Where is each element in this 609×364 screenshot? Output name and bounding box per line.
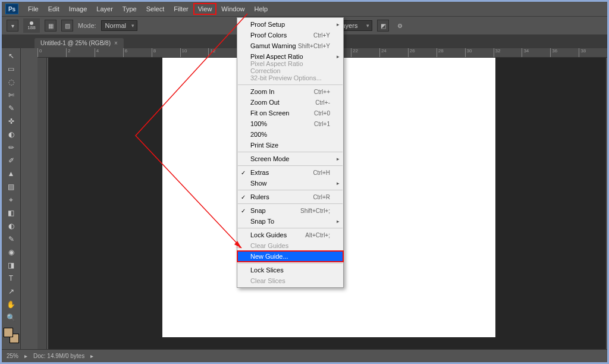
menu-item-100[interactable]: 100%Ctrl+1	[237, 118, 343, 129]
menu-edit[interactable]: Edit	[43, 3, 64, 15]
ignore-adjustment-icon[interactable]: ◩	[377, 20, 389, 32]
menu-item-label: Extras	[250, 169, 269, 176]
menu-item-pixel-aspect-ratio-correction: Pixel Aspect Ratio Correction	[237, 62, 343, 73]
menu-layer[interactable]: Layer	[92, 3, 118, 15]
tool-10[interactable]: ▤	[4, 181, 18, 193]
ruler-tick: 32	[494, 48, 522, 57]
menu-item-clear-slices: Clear Slices	[237, 275, 343, 286]
menu-file[interactable]: File	[23, 3, 43, 15]
menu-item-extras[interactable]: ExtrasCtrl+H	[237, 167, 343, 178]
menu-item-snap-to[interactable]: Snap To	[237, 216, 343, 227]
tool-4[interactable]: ✎	[4, 102, 18, 114]
view-menu-dropdown: Proof SetupProof ColorsCtrl+YGamut Warni…	[237, 17, 344, 288]
menu-select[interactable]: Select	[142, 3, 169, 15]
menu-item-lock-slices[interactable]: Lock Slices	[237, 265, 343, 275]
menu-item-label: Snap To	[250, 218, 274, 225]
ruler-tick: 8	[152, 48, 180, 57]
menu-filter[interactable]: Filter	[169, 3, 193, 15]
menu-type[interactable]: Type	[118, 3, 142, 15]
tool-9[interactable]: ▲	[4, 168, 18, 180]
ruler-tick: 28	[437, 48, 465, 57]
photoshop-app: kompiwin kompiwin kompiwin kompiwin komp…	[2, 2, 607, 362]
menu-item-label: Pixel Aspect Ratio	[250, 53, 303, 60]
ruler-tick: 36	[550, 48, 579, 57]
menu-item-new-guide[interactable]: New Guide...	[237, 251, 343, 262]
toolbox: ↖▭◌✄✎✜◐✏✐▲▤⌖◧◐✎◉◨T↗✋🔍	[2, 48, 21, 349]
menu-view[interactable]: View	[193, 3, 217, 15]
tool-16[interactable]: ◨	[4, 259, 18, 271]
tool-0[interactable]: ↖	[4, 50, 18, 62]
brush-panel-icon[interactable]: ▦	[45, 20, 56, 32]
tool-preset-icon[interactable]: ▾	[7, 20, 18, 32]
ruler-vertical[interactable]	[37, 58, 47, 349]
tool-20[interactable]: 🔍	[4, 312, 18, 324]
document-tab[interactable]: Untitled-1 @ 25% (RGB/8) ×	[34, 38, 124, 48]
tool-8[interactable]: ✐	[4, 155, 18, 167]
ruler-tick: 10	[180, 48, 209, 57]
menu-item-print-size[interactable]: Print Size	[237, 140, 343, 150]
brush-settings-icon[interactable]: ▨	[61, 20, 73, 32]
menu-item-shortcut: Ctrl+-	[315, 99, 330, 106]
tool-2[interactable]: ◌	[4, 76, 18, 88]
menu-item-200[interactable]: 200%	[237, 129, 343, 140]
expand-arrow-icon[interactable]: ▸	[90, 353, 93, 359]
tool-17[interactable]: T	[4, 272, 18, 284]
menu-item-label: Clear Guides	[250, 242, 288, 249]
tool-6[interactable]: ◐	[4, 128, 18, 140]
menu-item-label: Print Size	[250, 142, 278, 149]
menu-item-zoom-out[interactable]: Zoom OutCtrl+-	[237, 97, 343, 108]
menu-item-proof-colors[interactable]: Proof ColorsCtrl+Y	[237, 30, 343, 40]
menu-item-snap[interactable]: SnapShift+Ctrl+;	[237, 205, 343, 216]
menu-item-label: 100%	[250, 120, 267, 127]
tool-3[interactable]: ✄	[4, 89, 18, 101]
tool-19[interactable]: ✋	[4, 299, 18, 310]
tool-5[interactable]: ✜	[4, 115, 18, 127]
menu-item-lock-guides[interactable]: Lock GuidesAlt+Ctrl+;	[237, 230, 343, 240]
menu-item-label: Lock Slices	[250, 266, 284, 274]
menu-item-label: Proof Colors	[250, 32, 287, 39]
tool-1[interactable]: ▭	[4, 63, 18, 75]
menu-item-label: Gamut Warning	[250, 42, 296, 49]
menu-item-label: 200%	[250, 131, 267, 138]
ruler-tick: 2	[66, 48, 95, 57]
ruler-tick: 26	[408, 48, 437, 57]
ruler-tick: 0	[37, 48, 66, 57]
tool-11[interactable]: ⌖	[4, 194, 18, 206]
menu-item-proof-setup[interactable]: Proof Setup	[237, 19, 343, 30]
menu-item-label: Show	[250, 180, 267, 187]
tool-13[interactable]: ◐	[4, 220, 18, 232]
brush-preview[interactable]: 188	[23, 18, 40, 33]
tool-18[interactable]: ↗	[4, 285, 18, 297]
status-bar: 25% ▸ Doc: 14.9M/0 bytes ▸	[2, 349, 607, 362]
tool-7[interactable]: ✏	[4, 142, 18, 153]
menu-item-screen-mode[interactable]: Screen Mode	[237, 153, 343, 164]
menu-item-clear-guides: Clear Guides	[237, 240, 343, 251]
tool-15[interactable]: ◉	[4, 246, 18, 258]
ruler-tick: 4	[95, 48, 123, 57]
menu-item-gamut-warning[interactable]: Gamut WarningShift+Ctrl+Y	[237, 40, 343, 51]
doc-size-info[interactable]: Doc: 14.9M/0 bytes	[33, 353, 84, 359]
pressure-icon[interactable]: ⚙	[394, 20, 406, 32]
tool-12[interactable]: ◧	[4, 207, 18, 219]
blend-mode-select[interactable]: Normal	[101, 20, 137, 31]
menu-item-show[interactable]: Show	[237, 178, 343, 189]
menu-item-label: Fit on Screen	[250, 109, 289, 117]
ruler-tick: 12	[208, 48, 237, 57]
menu-item-zoom-in[interactable]: Zoom InCtrl++	[237, 86, 343, 97]
menu-item-fit-on-screen[interactable]: Fit on ScreenCtrl+0	[237, 108, 343, 118]
foreground-background-swatch[interactable]	[4, 328, 19, 343]
menu-image[interactable]: Image	[64, 3, 92, 15]
menu-item-rulers[interactable]: RulersCtrl+R	[237, 192, 343, 202]
ruler-tick: 6	[123, 48, 152, 57]
menu-item-label: New Guide...	[250, 253, 288, 260]
tool-14[interactable]: ✎	[4, 233, 18, 245]
zoom-level[interactable]: 25%	[7, 353, 18, 359]
menu-item-label: Rulers	[250, 193, 269, 200]
expand-arrow-icon[interactable]: ▸	[24, 353, 27, 359]
menu-item-shortcut: Ctrl+Y	[313, 32, 330, 39]
menu-help[interactable]: Help	[249, 3, 272, 15]
brush-size-value: 188	[27, 25, 35, 30]
document-tab-title: Untitled-1 @ 25% (RGB/8)	[40, 40, 111, 46]
close-tab-icon[interactable]: ×	[114, 40, 118, 46]
menu-window[interactable]: Window	[216, 3, 249, 15]
